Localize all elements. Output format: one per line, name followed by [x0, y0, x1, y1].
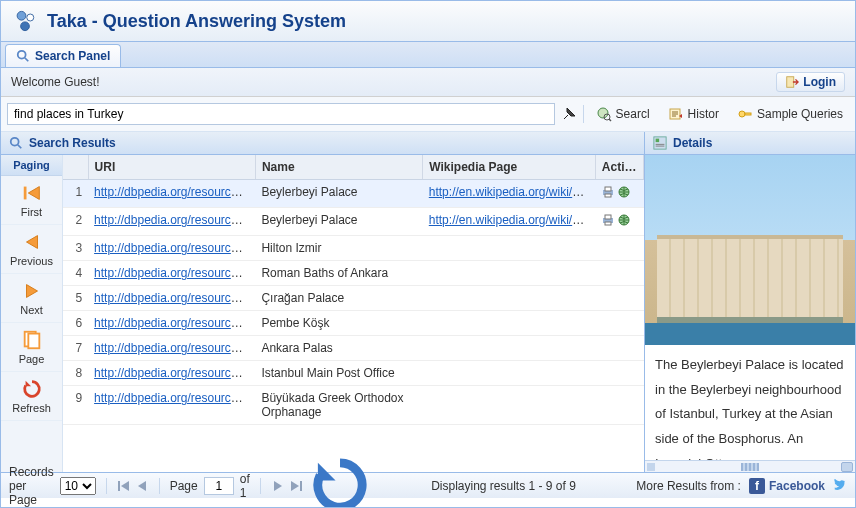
app-logo-icon: [11, 7, 39, 35]
print-icon[interactable]: [601, 213, 615, 227]
query-input[interactable]: [7, 103, 555, 125]
cell-name: Ankara Palas: [255, 336, 422, 361]
table-row[interactable]: 9http://dbpedia.org/resource/B...Büyükad…: [63, 386, 644, 425]
paging-refresh-button[interactable]: Refresh: [1, 372, 62, 421]
page-number-input[interactable]: [204, 477, 234, 495]
uri-link[interactable]: http://dbpedia.org/resource/...: [94, 241, 251, 255]
cell-index: 4: [63, 261, 88, 286]
col-wiki[interactable]: Wikipedia Page: [423, 155, 596, 180]
details-scrollbar[interactable]: [645, 460, 855, 472]
first-icon: [21, 182, 43, 204]
cell-index: 8: [63, 361, 88, 386]
svg-rect-23: [605, 222, 611, 225]
history-button[interactable]: Histor: [662, 104, 725, 124]
cell-wiki: [423, 386, 596, 425]
nav-last-icon[interactable]: [289, 479, 303, 493]
svg-point-6: [598, 108, 608, 118]
welcome-bar: Welcome Guest! Login: [1, 68, 855, 97]
footer-refresh-icon[interactable]: [309, 454, 371, 508]
next-icon: [21, 280, 43, 302]
table-row[interactable]: 4http://dbpedia.org/resource/...Roman Ba…: [63, 261, 644, 286]
cell-uri: http://dbpedia.org/resource/...: [88, 286, 255, 311]
facebook-icon: f: [749, 478, 765, 494]
svg-rect-27: [656, 144, 665, 145]
col-name[interactable]: Name: [255, 155, 422, 180]
cell-uri: http://dbpedia.org/resource/B...: [88, 208, 255, 236]
uri-link[interactable]: http://dbpedia.org/resource/...: [94, 291, 251, 305]
table-row[interactable]: 1http://dbpedia.org/resource/B...Beylerb…: [63, 180, 644, 208]
col-uri[interactable]: URI: [88, 155, 255, 180]
svg-rect-30: [300, 481, 302, 491]
cell-index: 3: [63, 236, 88, 261]
page-label: Page: [170, 479, 198, 493]
cell-name: Hilton Izmir: [255, 236, 422, 261]
paging-first-button[interactable]: First: [1, 176, 62, 225]
svg-line-4: [25, 58, 29, 62]
uri-link[interactable]: http://dbpedia.org/resource/B...: [94, 185, 255, 199]
table-row[interactable]: 7http://dbpedia.org/resource/A...Ankara …: [63, 336, 644, 361]
cell-name: Pembe Köşk: [255, 311, 422, 336]
results-header-row: URI Name Wikipedia Page Action: [63, 155, 644, 180]
cell-index: 6: [63, 311, 88, 336]
paging-previous-button[interactable]: Previous: [1, 225, 62, 274]
tab-label: Search Panel: [35, 49, 110, 63]
uri-link[interactable]: http://dbpedia.org/resource/B...: [94, 391, 255, 405]
more-results-label: More Results from :: [636, 479, 741, 493]
table-row[interactable]: 8http://dbpedia.org/resource/I...Istanbu…: [63, 361, 644, 386]
paging-next-button[interactable]: Next: [1, 274, 62, 323]
print-icon[interactable]: [601, 185, 615, 199]
facebook-link[interactable]: f Facebook: [749, 478, 825, 494]
svg-line-13: [18, 145, 22, 149]
svg-rect-28: [656, 146, 665, 147]
pin-icon[interactable]: [561, 106, 577, 122]
records-per-page-select[interactable]: 10: [60, 477, 96, 495]
table-row[interactable]: 2http://dbpedia.org/resource/B...Beylerb…: [63, 208, 644, 236]
paging-page-button[interactable]: Page: [1, 323, 62, 372]
nav-next-icon[interactable]: [271, 479, 285, 493]
uri-link[interactable]: http://dbpedia.org/resource/...: [94, 266, 251, 280]
globe-icon[interactable]: [617, 185, 631, 199]
twitter-icon[interactable]: [833, 479, 847, 493]
app-header: Taka - Question Answering System: [1, 1, 855, 42]
footer-bar: Records per Page 10 Page of 1 Displaying…: [1, 472, 855, 498]
key-icon: [737, 106, 753, 122]
col-action[interactable]: Action: [595, 155, 643, 180]
cell-uri: http://dbpedia.org/resource/...: [88, 236, 255, 261]
details-header: Details: [645, 132, 855, 155]
svg-rect-16: [28, 334, 39, 349]
login-button[interactable]: Login: [776, 72, 845, 92]
uri-link[interactable]: http://dbpedia.org/resource/I...: [94, 366, 254, 380]
wiki-link[interactable]: http://en.wikipedia.org/wiki/B...: [429, 185, 590, 199]
paging-sidebar: Paging First Previous Next Page: [1, 155, 63, 472]
displaying-results-label: Displaying results 1 - 9 of 9: [431, 479, 576, 493]
cell-action: [595, 261, 643, 286]
cell-action: [595, 311, 643, 336]
refresh-icon: [21, 378, 43, 400]
tab-search-panel[interactable]: Search Panel: [5, 44, 121, 67]
svg-point-12: [11, 138, 19, 146]
uri-link[interactable]: http://dbpedia.org/resource/P...: [94, 316, 255, 330]
details-image: [645, 155, 855, 345]
uri-link[interactable]: http://dbpedia.org/resource/B...: [94, 213, 255, 227]
cell-name: Büyükada Greek Orthodox Orphanage: [255, 386, 422, 425]
nav-prev-icon[interactable]: [135, 479, 149, 493]
globe-icon[interactable]: [617, 213, 631, 227]
cell-action: [595, 286, 643, 311]
sample-queries-button[interactable]: Sample Queries: [731, 104, 849, 124]
cell-name: Beylerbeyi Palace: [255, 208, 422, 236]
nav-first-icon[interactable]: [117, 479, 131, 493]
cell-wiki: [423, 286, 596, 311]
wiki-link[interactable]: http://en.wikipedia.org/wiki/B...: [429, 213, 590, 227]
cell-wiki: http://en.wikipedia.org/wiki/B...: [423, 208, 596, 236]
search-button[interactable]: Searcl: [590, 104, 656, 124]
details-icon: [653, 136, 667, 150]
col-index[interactable]: [63, 155, 88, 180]
cell-action: [595, 236, 643, 261]
table-row[interactable]: 3http://dbpedia.org/resource/...Hilton I…: [63, 236, 644, 261]
cell-name: Beylerbeyi Palace: [255, 180, 422, 208]
details-body: The Beylerbeyi Palace is located in the …: [645, 155, 855, 460]
table-row[interactable]: 6http://dbpedia.org/resource/P...Pembe K…: [63, 311, 644, 336]
results-grid[interactable]: URI Name Wikipedia Page Action 1http://d…: [63, 155, 644, 472]
table-row[interactable]: 5http://dbpedia.org/resource/...Çırağan …: [63, 286, 644, 311]
uri-link[interactable]: http://dbpedia.org/resource/A...: [94, 341, 255, 355]
